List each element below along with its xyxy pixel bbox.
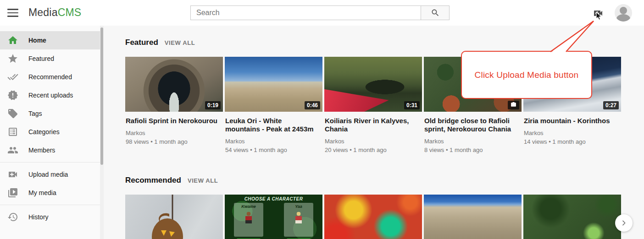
game-heading-text: CHOOSE A CHARACTER xyxy=(225,196,322,201)
video-title[interactable]: Ziria mountain - Korinthos xyxy=(524,117,616,125)
recommended-section-header: Recommended VIEW ALL xyxy=(125,176,644,185)
sidebar-item-label: My media xyxy=(28,189,56,196)
video-thumbnail[interactable]: 0:46 xyxy=(225,57,322,112)
video-author: Markos xyxy=(424,137,517,146)
video-author: Markos xyxy=(126,129,218,137)
game-character-panel: Kwame xyxy=(234,203,263,237)
duration-badge: 0:46 xyxy=(305,101,320,109)
mediacms-page: MediaCMS Home Featured Recommended R xyxy=(0,0,644,239)
video-thumbnail[interactable]: 0:31 xyxy=(324,57,422,112)
recommended-view-all-link[interactable]: VIEW ALL xyxy=(188,177,218,184)
chevron-right-icon xyxy=(620,219,627,227)
video-card[interactable]: CHOOSE A CHARACTER Kwame Yaa Selected Se… xyxy=(225,195,322,239)
sidebar-item-members[interactable]: Members xyxy=(0,141,100,159)
sidebar-item-label: Members xyxy=(28,147,55,154)
game-character-name: Yaa xyxy=(284,203,313,209)
video-meta: 20 views • 1 month ago xyxy=(325,146,417,154)
game-character-panel: Yaa xyxy=(284,203,313,237)
star-icon xyxy=(7,53,18,64)
video-thumbnail[interactable] xyxy=(523,195,621,239)
search-icon xyxy=(431,8,440,17)
annotation-text: Click Upload Media button xyxy=(475,70,579,80)
sidebar-item-label: Categories xyxy=(28,128,60,136)
video-title[interactable]: Rafioli Sprint in Nerokourou xyxy=(126,117,218,125)
top-bar: MediaCMS xyxy=(0,0,644,26)
camera-icon xyxy=(508,101,519,109)
video-library-icon xyxy=(7,187,18,198)
video-thumbnail[interactable]: 0:19 xyxy=(125,57,223,112)
categories-icon xyxy=(7,126,18,137)
video-title[interactable]: Koiliaris River in Kalyves, Chania xyxy=(325,117,417,133)
section-title: Featured xyxy=(125,38,158,47)
new-releases-icon xyxy=(7,90,18,101)
section-title: Recommended xyxy=(125,176,181,185)
video-meta: 8 views • 1 month ago xyxy=(424,146,517,154)
video-card[interactable]: 0:46 Leuka Ori - White mountains - Peak … xyxy=(225,57,322,162)
video-author: Markos xyxy=(524,129,616,137)
sidebar-divider xyxy=(0,162,100,163)
video-card[interactable] xyxy=(523,195,621,239)
video-thumbnail[interactable] xyxy=(424,195,522,239)
sidebar-item-categories[interactable]: Categories xyxy=(0,123,100,141)
video-author: Markos xyxy=(325,137,417,146)
sidebar-item-label: Recommended xyxy=(28,73,72,81)
duration-badge: 0:27 xyxy=(603,101,619,109)
upload-media-button[interactable] xyxy=(592,8,604,19)
video-title[interactable]: Leuka Ori - White mountains - Peak at 24… xyxy=(225,117,318,133)
search-bar xyxy=(190,5,450,20)
sidebar-item-label: History xyxy=(28,213,49,221)
sidebar-divider xyxy=(0,205,100,205)
sidebar-item-label: Upload media xyxy=(28,171,68,178)
game-character-name: Kwame xyxy=(234,203,263,209)
annotation-callout: Click Upload Media button xyxy=(461,51,592,99)
sidebar-item-recent-uploads[interactable]: Recent uploads xyxy=(0,86,100,104)
video-author: Markos xyxy=(225,137,318,146)
thumbnail-kayak-shape xyxy=(324,84,389,112)
sidebar-scrollbar[interactable] xyxy=(100,26,104,239)
carousel-next-button[interactable] xyxy=(615,214,633,232)
video-meta: 98 views • 1 month ago xyxy=(126,137,218,146)
scrollbar-thumb[interactable] xyxy=(100,27,103,165)
video-card[interactable] xyxy=(125,195,223,239)
search-button[interactable] xyxy=(421,5,450,20)
user-avatar[interactable] xyxy=(615,4,632,22)
recommended-row: CHOOSE A CHARACTER Kwame Yaa Selected Se… xyxy=(125,195,644,239)
history-icon xyxy=(7,212,18,223)
sidebar-item-home[interactable]: Home xyxy=(0,31,100,49)
duration-badge: 0:31 xyxy=(404,101,420,109)
sidebar-item-history[interactable]: History xyxy=(0,208,100,226)
logo-cms-text: CMS xyxy=(58,6,82,18)
sidebar-item-tags[interactable]: Tags xyxy=(0,104,100,123)
sidebar-item-upload-media[interactable]: Upload media xyxy=(0,165,100,184)
video-plus-icon xyxy=(592,8,604,19)
video-thumbnail[interactable] xyxy=(324,195,422,239)
sidebar-item-my-media[interactable]: My media xyxy=(0,184,100,202)
sidebar-item-recommended[interactable]: Recommended xyxy=(0,68,100,86)
game-character-sprite xyxy=(295,212,302,225)
featured-view-all-link[interactable]: VIEW ALL xyxy=(165,39,195,46)
members-icon xyxy=(7,145,18,156)
video-card[interactable]: 0:31 Koiliaris River in Kalyves, Chania … xyxy=(324,57,422,162)
duration-badge: 0:19 xyxy=(205,101,221,109)
sidebar-item-label: Tags xyxy=(28,110,42,117)
video-thumbnail[interactable] xyxy=(125,195,223,239)
home-icon xyxy=(7,35,18,46)
featured-section-header: Featured VIEW ALL xyxy=(125,38,644,47)
video-card[interactable] xyxy=(424,195,522,239)
sidebar-item-featured[interactable]: Featured xyxy=(0,49,100,68)
avatar-head xyxy=(620,7,627,14)
video-title[interactable]: Old bridge close to Rafioli sprint, Nero… xyxy=(424,117,517,133)
video-meta: 54 views • 1 month ago xyxy=(225,146,318,154)
sidebar-item-label: Featured xyxy=(28,55,54,62)
video-plus-icon xyxy=(7,169,18,180)
double-check-icon xyxy=(7,71,18,82)
mediacms-logo[interactable]: MediaCMS xyxy=(28,6,81,19)
search-input[interactable] xyxy=(190,5,421,20)
video-thumbnail[interactable]: CHOOSE A CHARACTER Kwame Yaa Selected Se… xyxy=(225,195,322,239)
video-card[interactable]: 0:19 Rafioli Sprint in Nerokourou Markos… xyxy=(125,57,223,162)
hamburger-menu-icon[interactable] xyxy=(7,9,18,17)
thumbnail-pumpkin-shape xyxy=(125,195,223,239)
avatar-body xyxy=(616,14,630,22)
video-card[interactable] xyxy=(324,195,422,239)
logo-media-text: Media xyxy=(28,6,58,18)
